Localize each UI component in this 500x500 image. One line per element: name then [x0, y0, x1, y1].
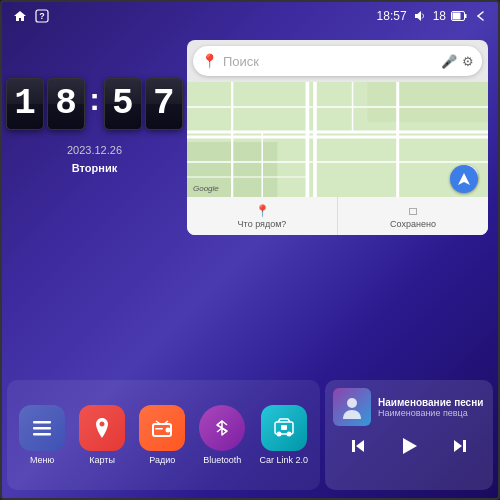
menu-icon: [19, 405, 65, 451]
clock-widget: 1 8 : 5 7 2023.12.26 Вторник: [12, 40, 177, 215]
bluetooth-icon: [199, 405, 245, 451]
prev-button[interactable]: [344, 432, 372, 460]
question-icon[interactable]: ?: [34, 8, 50, 24]
map-nearby-label: Что рядом?: [238, 219, 287, 229]
map-nearby-icon: 📍: [255, 204, 270, 218]
carlink-label: Car Link 2.0: [259, 455, 308, 465]
music-text-info: Наименование песни Наименование певца: [378, 397, 485, 418]
hour-tens: 1: [6, 78, 44, 130]
app-bluetooth[interactable]: Bluetooth: [199, 405, 245, 465]
svg-rect-7: [368, 82, 488, 122]
bottom-section: Меню Карты: [2, 380, 498, 490]
app-grid: Меню Карты: [7, 380, 320, 490]
minutes-group: 5 7: [104, 78, 183, 130]
music-title: Наименование песни: [378, 397, 485, 408]
status-right-icons: 18:57 18: [377, 8, 488, 24]
play-button[interactable]: [395, 432, 423, 460]
svg-point-31: [286, 432, 291, 437]
main-content: 1 8 : 5 7 2023.12.26 Вторник 📍 Поиск 🎤: [2, 30, 498, 498]
music-artist: Наименование певца: [378, 408, 485, 418]
time-display: 18:57: [377, 9, 407, 23]
map-saved-button[interactable]: □ Сохранено: [338, 197, 488, 235]
date-text: 2023.12.26: [67, 142, 122, 160]
map-saved-icon: □: [409, 204, 416, 218]
map-bottom-bar: 📍 Что рядом? □ Сохранено: [187, 197, 488, 235]
map-settings-icon[interactable]: ⚙: [462, 54, 474, 69]
hour-units: 8: [47, 78, 85, 130]
radio-icon: [139, 405, 185, 451]
map-widget: 📍 Поиск 🎤 ⚙: [187, 40, 488, 235]
svg-text:?: ?: [39, 11, 45, 21]
svg-point-30: [276, 432, 281, 437]
menu-label: Меню: [30, 455, 54, 465]
svg-rect-21: [33, 433, 51, 436]
clock-date: 2023.12.26 Вторник: [67, 142, 122, 177]
music-widget: Наименование песни Наименование певца: [325, 380, 493, 490]
map-search-bar[interactable]: 📍 Поиск 🎤 ⚙: [193, 46, 482, 76]
svg-rect-24: [155, 428, 163, 430]
hours-group: 1 8: [6, 78, 85, 130]
volume-icon[interactable]: [412, 8, 428, 24]
google-logo: Google: [193, 184, 219, 193]
svg-rect-3: [453, 13, 461, 20]
map-mic-icon[interactable]: 🎤: [441, 54, 457, 69]
carlink-icon: [261, 405, 307, 451]
time-separator: :: [89, 81, 100, 118]
music-info-row: Наименование песни Наименование певца: [333, 388, 485, 426]
home-icon[interactable]: [12, 8, 28, 24]
maps-label: Карты: [89, 455, 115, 465]
maps-icon: [79, 405, 125, 451]
map-nearby-button[interactable]: 📍 Что рядом?: [187, 197, 338, 235]
svg-point-23: [166, 428, 171, 433]
minute-units: 7: [145, 78, 183, 130]
map-search-placeholder: Поиск: [223, 54, 436, 69]
svg-rect-19: [33, 421, 51, 424]
back-icon[interactable]: [472, 8, 488, 24]
svg-rect-20: [33, 427, 51, 430]
svg-rect-4: [465, 14, 467, 18]
weekday-text: Вторник: [67, 160, 122, 178]
app-maps[interactable]: Карты: [79, 405, 125, 465]
music-album-art: [333, 388, 371, 426]
map-saved-label: Сохранено: [390, 219, 436, 229]
status-bar: ? 18:57 18: [2, 2, 498, 30]
battery-level: 18: [433, 9, 446, 23]
next-button[interactable]: [446, 432, 474, 460]
svg-rect-35: [352, 440, 355, 452]
app-radio[interactable]: Радио: [139, 405, 185, 465]
status-left-icons: ?: [12, 8, 50, 24]
svg-rect-38: [463, 440, 466, 452]
flip-clock: 1 8 : 5 7: [6, 78, 183, 130]
app-menu[interactable]: Меню: [19, 405, 65, 465]
radio-label: Радио: [149, 455, 175, 465]
map-search-actions: 🎤 ⚙: [441, 54, 474, 69]
svg-rect-32: [281, 425, 287, 430]
svg-marker-37: [454, 440, 462, 452]
map-navigate-button[interactable]: [450, 165, 478, 193]
music-controls: [333, 430, 485, 462]
app-carlink[interactable]: Car Link 2.0: [259, 405, 308, 465]
main-screen: ? 18:57 18: [0, 0, 500, 500]
minute-tens: 5: [104, 78, 142, 130]
svg-point-33: [347, 398, 357, 408]
map-area[interactable]: ⊙: [187, 82, 488, 197]
svg-marker-36: [403, 438, 417, 454]
battery-icon: [451, 8, 467, 24]
bluetooth-label: Bluetooth: [203, 455, 241, 465]
map-pin-icon: 📍: [201, 53, 218, 69]
svg-marker-34: [356, 440, 364, 452]
